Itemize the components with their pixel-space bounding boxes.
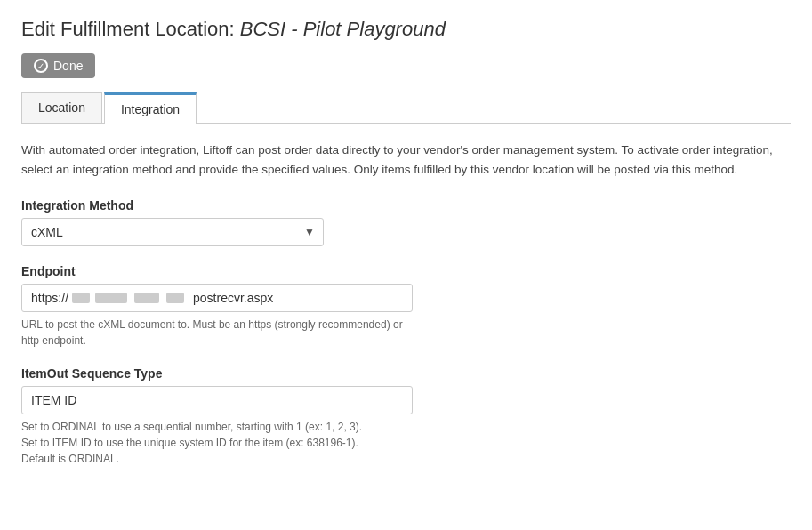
itemout-hint-line1: Set to ORDINAL to use a sequential numbe… (21, 421, 362, 433)
integration-method-select[interactable]: None cXML EDI API (21, 218, 324, 246)
tab-location[interactable]: Location (21, 92, 102, 123)
itemout-hint-line3: Default is ORDINAL. (21, 453, 119, 465)
endpoint-hint: URL to post the cXML document to. Must b… (21, 317, 413, 349)
itemout-input[interactable] (21, 386, 413, 414)
itemout-hint: Set to ORDINAL to use a sequential numbe… (21, 419, 413, 467)
page-title: Edit Fulfillment Location: BCSI - Pilot … (21, 18, 791, 41)
tab-bar: Location Integration (21, 92, 791, 124)
tab-integration[interactable]: Integration (104, 92, 197, 124)
done-button[interactable]: ✓ Done (21, 53, 95, 78)
endpoint-suffix: postrecvr.aspx (193, 291, 273, 305)
endpoint-label: Endpoint (21, 264, 791, 278)
redacted-1 (72, 293, 90, 303)
redacted-2 (95, 293, 127, 303)
integration-method-group: Integration Method None cXML EDI API ▼ (21, 198, 791, 246)
redacted-4 (166, 293, 184, 303)
integration-description: With automated order integration, Liftof… (21, 141, 786, 179)
done-label: Done (53, 59, 83, 73)
integration-method-label: Integration Method (21, 198, 791, 213)
itemout-group: ItemOut Sequence Type Set to ORDINAL to … (21, 366, 791, 467)
endpoint-prefix: https:// (31, 291, 68, 305)
itemout-label: ItemOut Sequence Type (21, 366, 791, 381)
done-icon: ✓ (34, 59, 48, 73)
integration-method-select-wrapper[interactable]: None cXML EDI API ▼ (21, 218, 324, 246)
redacted-3 (134, 293, 159, 303)
endpoint-group: Endpoint https:// postrecvr.aspx URL to … (21, 264, 791, 349)
endpoint-input-display[interactable]: https:// postrecvr.aspx (21, 284, 413, 312)
itemout-hint-line2: Set to ITEM ID to use the unique system … (21, 437, 358, 449)
